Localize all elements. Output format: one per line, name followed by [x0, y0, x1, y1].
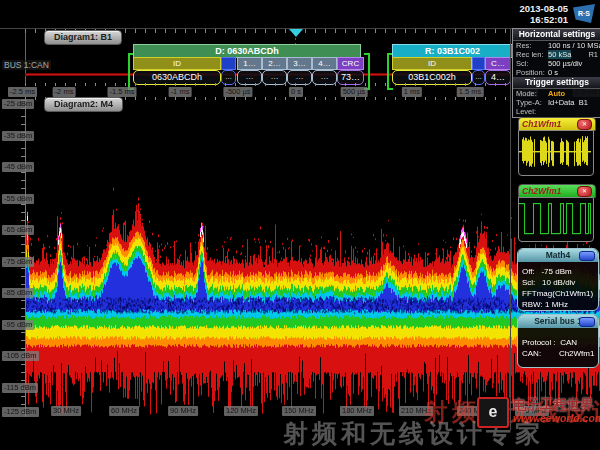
serial-bus-panel: Serial bus 1 Protocol : CANCAN: Ch2Wfm1	[517, 314, 599, 368]
spectrum-plot[interactable]	[25, 100, 600, 417]
ch1-thumbnail[interactable]	[518, 130, 594, 176]
res-label: Res:	[516, 41, 548, 50]
bus-signal-label: BUS 1:CAN	[2, 60, 51, 70]
time-axis-label: -1.5 ms	[107, 87, 136, 97]
math4-panel-body: Off: -75 dBmScl: 10 dB/divFFTmag(Ch1Wfm1…	[518, 262, 598, 313]
freq-axis-label: 30 MHz	[51, 406, 81, 416]
level-axis-label: -125 dBm	[2, 407, 39, 417]
eeworld-site-name: 电子工程世界	[513, 397, 600, 412]
scl-row[interactable]: Scl: 500 µs/div	[513, 59, 600, 68]
serial-bus-panel-header[interactable]: Serial bus 1	[518, 315, 598, 328]
math4-title: Math4	[546, 250, 571, 260]
trigger-type-value: Id+Data B1	[548, 98, 588, 107]
tab-diagram1[interactable]: Diagram1: B1	[44, 30, 122, 45]
frame1-data1-header: 1…	[237, 57, 262, 70]
watermark-logo-block: e 电子工程世界 www.eeworld.com.cn	[477, 397, 600, 428]
serial-bus-minimize-button[interactable]	[579, 317, 595, 327]
trigger-settings-header[interactable]: Trigger settings	[513, 77, 600, 89]
frame1-dlc-header	[221, 57, 236, 70]
frame1-crc-header: CRC	[337, 57, 364, 70]
time-axis-label: 500 µs	[341, 87, 368, 97]
level-axis-label: -55 dBm	[2, 194, 34, 204]
time-axis-label: 1.5 ms	[457, 87, 484, 97]
serial-bus-panel-body: Protocol : CANCAN: Ch2Wfm1	[518, 328, 598, 362]
frame1-id-header: ID	[133, 57, 221, 70]
frame1-data4-header: 4…	[312, 57, 337, 70]
date-text: 2013-08-05	[519, 3, 568, 14]
level-axis-label: -45 dBm	[2, 162, 34, 172]
position-label: Position:	[516, 68, 548, 77]
math4-panel: Math4 Off: -75 dBmScl: 10 dB/divFFTmag(C…	[517, 248, 599, 311]
frame2-header: R: 03B1C002	[392, 44, 513, 58]
ch2-waveform-preview	[519, 198, 591, 239]
time-axis-ruler	[25, 83, 508, 86]
math4-panel-header[interactable]: Math4	[518, 249, 598, 262]
frame2-id-header: ID	[392, 57, 472, 70]
position-row[interactable]: Position: 0 s	[513, 68, 600, 77]
trigger-mode-label: Mode:	[516, 89, 548, 98]
level-axis-label: -95 dBm	[2, 320, 34, 330]
scl-value: 500 µs/div	[548, 59, 582, 68]
trigger-type-label: Type-A:	[516, 98, 548, 107]
reclen-value: 50 kSa	[548, 50, 571, 59]
level-axis-label: -35 dBm	[2, 131, 34, 141]
reclen-label: Rec len:	[516, 50, 548, 59]
time-text: 16:52:01	[519, 14, 568, 25]
eeworld-logo-icon: e	[477, 397, 509, 428]
trigger-mode-row[interactable]: Mode: Auto	[513, 89, 600, 98]
level-axis-label: -25 dBm	[2, 99, 34, 109]
ch2-thumbnail[interactable]	[518, 197, 594, 242]
level-axis-label: -85 dBm	[2, 288, 34, 298]
trigger-position-marker[interactable]	[289, 29, 303, 37]
sidebar-divider	[510, 28, 511, 430]
serial-line1: Protocol : CAN	[522, 338, 577, 347]
level-axis-label: -105 dBm	[2, 351, 39, 361]
math4-line4: RBW: 1 MHz	[522, 300, 568, 309]
tab-diagram2[interactable]: Diagram2: M4	[44, 97, 123, 112]
settings-panel: Horizontal settings Res: 100 ns / 10 MSa…	[512, 28, 600, 118]
freq-axis-label: 150 MHz	[282, 406, 316, 416]
time-axis-label: 0 s	[289, 87, 303, 97]
res-row[interactable]: Res: 100 ns / 10 MSa/s	[513, 41, 600, 50]
reclen-row[interactable]: Rec len: 50 kSa R1	[513, 50, 600, 59]
trigger-level-label: Level:	[516, 107, 548, 116]
ch1-waveform-preview	[519, 131, 591, 173]
ch2-label: Ch2Wfm1	[522, 185, 561, 197]
level-axis-label: -115 dBm	[2, 383, 38, 393]
freq-axis-label: 90 MHz	[168, 406, 198, 416]
trigger-level-row[interactable]: Level:	[513, 107, 600, 116]
freq-axis-label: 60 MHz	[109, 406, 139, 416]
frame2-crc-header: C…	[485, 57, 511, 70]
position-value: 0 s	[548, 68, 558, 77]
math4-line3: FFTmag(Ch1Wfm1)	[522, 289, 593, 298]
level-axis-label: -65 dBm	[2, 225, 34, 235]
frame1-data2-header: 2…	[262, 57, 287, 70]
math4-minimize-button[interactable]	[579, 251, 595, 261]
ch2-close-button[interactable]: ✕	[577, 186, 592, 197]
freq-axis-label: 120 MHz	[224, 406, 258, 416]
ch1-label: Ch1Wfm1	[522, 118, 561, 130]
serial-line2: CAN: Ch2Wfm1	[522, 349, 594, 358]
oscilloscope-screen: 2013-08-05 16:52:01 R·S Diagram1: B1 BUS…	[0, 0, 600, 450]
scl-label: Scl:	[516, 59, 548, 68]
math4-line1: Off: -75 dBm	[522, 267, 572, 276]
trigger-mode-value: Auto	[548, 89, 565, 98]
signal-badge-ch2[interactable]: Ch2Wfm1 ✕	[518, 184, 596, 198]
signal-badge-ch1[interactable]: Ch1Wfm1 ✕	[518, 117, 596, 131]
reference-tag: R1	[588, 50, 598, 59]
eeworld-url: www.eeworld.com.cn	[513, 412, 600, 425]
horizontal-settings-header[interactable]: Horizontal settings	[513, 29, 600, 41]
level-axis-label: -75 dBm	[2, 257, 34, 267]
time-axis-label: -500 µs	[223, 87, 252, 97]
time-axis-label: -2.5 ms	[8, 87, 37, 97]
res-value: 100 ns / 10 MSa/s	[548, 41, 600, 50]
freq-axis-label: 180 MHz	[340, 406, 374, 416]
time-axis-label: -2 ms	[53, 87, 76, 97]
datetime: 2013-08-05 16:52:01	[519, 3, 568, 25]
frame1-header: D: 0630ABCDh	[133, 44, 361, 58]
time-axis-label: -1 ms	[169, 87, 192, 97]
trigger-type-row[interactable]: Type-A: Id+Data B1	[513, 98, 600, 107]
frame1-data3-header: 3…	[287, 57, 312, 70]
ch1-close-button[interactable]: ✕	[577, 119, 592, 130]
math4-line2: Scl: 10 dB/div	[522, 278, 575, 287]
